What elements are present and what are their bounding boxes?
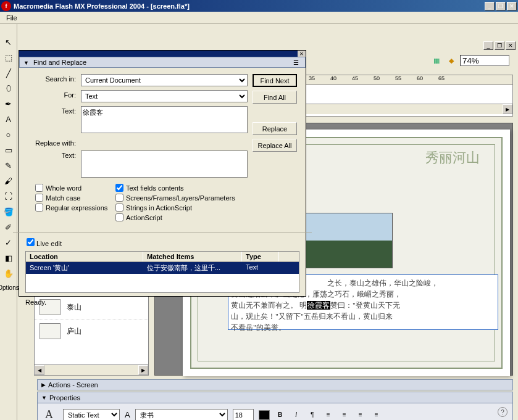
title-bar: f Macromedia Flash MX Professional 2004 … <box>0 0 518 12</box>
expand-arrow-icon[interactable]: ▼ <box>41 395 47 401</box>
align-justify-icon[interactable]: ≡ <box>371 410 382 421</box>
ruler-mark: 40 <box>330 75 352 84</box>
ink-tool-icon[interactable]: ✐ <box>2 220 15 234</box>
text-fields-check[interactable]: Text fields contents <box>115 184 235 192</box>
col-location[interactable]: Location <box>26 252 143 261</box>
ruler-mark: 60 <box>417 75 438 84</box>
transform-tool-icon[interactable]: ⛶ <box>2 189 15 203</box>
bold-button[interactable]: B <box>275 410 286 421</box>
for-select[interactable]: Text <box>81 90 248 102</box>
timeline-frames[interactable] <box>285 85 512 104</box>
scroll-right-icon[interactable]: ▶ <box>503 104 512 114</box>
align-center-icon[interactable]: ≡ <box>339 410 350 421</box>
help-icon[interactable]: ? <box>498 407 508 417</box>
doc-close-button[interactable]: ✕ <box>506 41 516 50</box>
align-left-icon[interactable]: ≡ <box>323 410 334 421</box>
col-type[interactable]: Type <box>242 252 279 261</box>
menu-file[interactable]: File <box>2 13 21 23</box>
whole-word-check[interactable]: Whole word <box>35 184 115 192</box>
page-image <box>294 213 393 268</box>
panel-menu-icon[interactable]: ☰ <box>290 57 301 68</box>
find-all-button[interactable]: Find All <box>253 91 297 104</box>
rect-tool-icon[interactable]: ▭ <box>2 143 15 157</box>
font-size-input[interactable] <box>233 409 254 420</box>
screen-item[interactable]: 庐山 <box>35 319 148 343</box>
dialog-close-button[interactable]: ✕ <box>298 51 306 57</box>
fill-tool-icon[interactable]: 🪣 <box>2 205 15 218</box>
live-edit-check[interactable]: Live edit <box>27 240 62 247</box>
app-logo-icon: f <box>1 1 11 11</box>
screens-scrollbar[interactable]: ◀ ▶ <box>35 364 148 375</box>
properties-header[interactable]: ▼ Properties <box>38 392 512 403</box>
expand-arrow-icon[interactable]: ▼ <box>23 60 29 66</box>
dialog-buttons: Find Next Find All Replace Replace All <box>253 74 299 221</box>
results-row[interactable]: Screen '黄山' 位于安徽南部，这里千... Text <box>26 262 299 274</box>
ruler-mark: 35 <box>309 75 330 84</box>
scroll-track[interactable] <box>44 365 138 375</box>
replace-button[interactable]: Replace <box>253 122 297 135</box>
scroll-right-icon[interactable]: ▶ <box>138 365 148 375</box>
dialog-body: Search in: Current Document For: Text Te… <box>19 68 306 228</box>
properties-body: A Static Text A 隶书 B I ¶ ≡ ≡ ≡ ≡ A.V A: … <box>38 403 512 420</box>
scroll-left-icon[interactable]: ◀ <box>35 365 44 375</box>
symbol-icon[interactable]: ◆ <box>445 55 457 66</box>
text-tool-icon[interactable]: A <box>2 112 15 126</box>
replace-all-button[interactable]: Replace All <box>253 139 297 152</box>
app-title: Macromedia Flash MX Professional 2004 - … <box>14 2 485 10</box>
replace-text-label: Text: <box>25 150 81 159</box>
find-text-input[interactable]: 徐霞客 <box>81 106 248 133</box>
collapse-arrow-icon[interactable]: ▶ <box>41 382 46 388</box>
regex-check[interactable]: Regular expressions <box>35 204 115 212</box>
orientation-icon[interactable]: ¶ <box>307 410 318 421</box>
pen-tool-icon[interactable]: ✒ <box>2 97 15 110</box>
restore-button[interactable]: ❐ <box>496 2 506 10</box>
zoom-input[interactable] <box>460 55 509 66</box>
col-matched[interactable]: Matched Items <box>143 252 242 261</box>
timeline-ruler[interactable]: 30 35 40 45 50 55 60 65 <box>285 75 512 85</box>
scroll-track[interactable] <box>295 104 503 114</box>
text-type-select[interactable]: Static Text <box>63 409 120 420</box>
replace-text-input[interactable] <box>81 150 248 178</box>
body-text: 赞曰："登黄山天下无 <box>330 301 400 310</box>
timeline: 30 35 40 45 50 55 60 65 ◀ ▶ <box>284 75 513 117</box>
line-tool-icon[interactable]: ╱ <box>2 66 15 80</box>
actionscript-check[interactable]: ActionScript <box>115 213 235 221</box>
cell-matched: 位于安徽南部，这里千... <box>143 262 242 274</box>
screens-frames-check[interactable]: Screens/Frames/Layers/Parameters <box>115 194 235 202</box>
arrow-tool-icon[interactable]: ↖ <box>2 35 15 49</box>
scene-icon[interactable]: ▦ <box>430 55 443 66</box>
for-label: For: <box>25 90 81 99</box>
options-label: Options <box>0 284 19 291</box>
doc-minimize-button[interactable]: _ <box>483 41 493 50</box>
dialog-titlebar[interactable]: ✕ <box>19 51 306 57</box>
match-case-check[interactable]: Match case <box>35 194 115 202</box>
body-text: 之长，泰山之雄伟，华山之险峻， <box>327 279 438 287</box>
brush-tool-icon[interactable]: 🖌 <box>2 174 15 187</box>
lasso-tool-icon[interactable]: ⬯ <box>2 81 15 95</box>
strings-as-check[interactable]: Strings in ActionScript <box>115 204 235 212</box>
dialog-title: Find and Replace <box>33 59 86 66</box>
pencil-tool-icon[interactable]: ✎ <box>2 159 15 172</box>
subselect-tool-icon[interactable]: ⬚ <box>2 51 15 64</box>
timeline-scrollbar[interactable]: ◀ ▶ <box>285 104 512 114</box>
doc-restore-button[interactable]: ❐ <box>495 41 504 50</box>
font-icon: A <box>125 410 130 419</box>
find-next-button[interactable]: Find Next <box>253 74 297 87</box>
actions-label: Actions - Screen <box>48 381 98 389</box>
font-select[interactable]: 隶书 <box>135 409 228 420</box>
color-swatch-icon[interactable] <box>259 410 270 420</box>
hand-tool-icon[interactable]: ✋ <box>2 266 15 280</box>
body-text: 不看岳"的美誉。 <box>231 323 286 332</box>
minimize-button[interactable]: _ <box>485 2 495 10</box>
actions-panel[interactable]: ▶ Actions - Screen <box>37 379 513 390</box>
eyedropper-tool-icon[interactable]: ✓ <box>2 236 15 249</box>
align-right-icon[interactable]: ≡ <box>355 410 366 421</box>
close-button[interactable]: ✕ <box>507 2 517 10</box>
screen-name: 庐山 <box>67 326 81 337</box>
eraser-tool-icon[interactable]: ◧ <box>2 251 15 265</box>
search-in-select[interactable]: Current Document <box>81 74 248 86</box>
ruler-mark: 45 <box>352 75 374 84</box>
italic-button[interactable]: I <box>291 410 302 421</box>
dialog-header[interactable]: ▼ Find and Replace ☰ <box>19 57 306 68</box>
oval-tool-icon[interactable]: ○ <box>2 128 15 141</box>
